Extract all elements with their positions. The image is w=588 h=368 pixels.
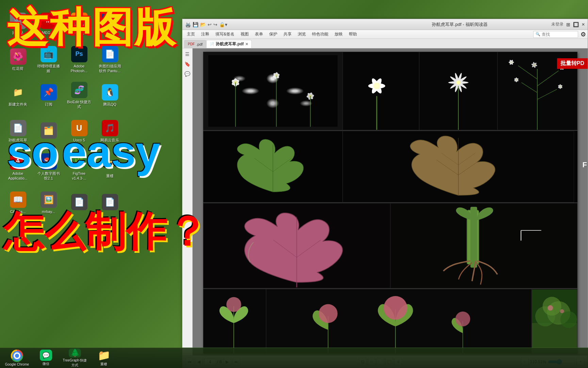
window-title: 孙航虎耳草.pdf - 福昕阅读器 [368, 21, 551, 28]
title-bar: 🖨️ 💾 📂 ↩ ↪ 🔒▾ 孙航虎耳草.pdf - 福昕阅读器 未登录 ⊞ 🔲 … [182, 19, 588, 30]
svg-point-54 [559, 86, 561, 88]
svg-point-12 [309, 95, 312, 97]
menu-fill-sign[interactable]: 填写&签名 [213, 30, 237, 38]
photo-grid: 2 mm A [203, 52, 577, 354]
svg-point-95 [548, 305, 553, 311]
menu-form[interactable]: 表单 [252, 30, 266, 38]
menu-browse[interactable]: 浏览 [295, 30, 309, 38]
svg-point-99 [15, 354, 19, 358]
svg-point-2 [231, 79, 240, 86]
overlay-title-1: 这种图版 [7, 7, 177, 48]
photo-cell-I [203, 289, 266, 354]
svg-point-10 [307, 92, 314, 100]
svg-point-86 [383, 296, 407, 320]
svg-point-4 [234, 81, 237, 84]
menu-share[interactable]: 共享 [281, 30, 294, 38]
photo-cell-B: 2 mm B [343, 52, 419, 130]
svg-point-23 [373, 82, 380, 89]
svg-point-81 [226, 297, 241, 312]
taskbar: Google Chrome 💬 微信 🌲 TreeGraph·快捷方式 📁 重楼 [0, 348, 588, 368]
svg-point-96 [560, 309, 564, 313]
svg-point-42 [510, 61, 512, 63]
tab-close-icon[interactable]: ✕ [245, 42, 248, 46]
svg-point-5 [272, 73, 280, 78]
svg-point-1 [231, 79, 240, 86]
taskbar-chrome[interactable]: Google Chrome [3, 349, 31, 367]
photo-cell-J [266, 289, 532, 354]
svg-point-9 [306, 94, 314, 98]
photo-cell-C: C [419, 52, 497, 130]
sidebar-tool-hand[interactable]: ☰ [183, 50, 192, 58]
svg-point-58 [533, 64, 535, 66]
search-icon: 🔍 [536, 32, 540, 36]
tab-bar: PDF .pdf 📄 孙航虎耳草.pdf ✕ [182, 39, 588, 48]
overlay-title-2: so easy [7, 126, 160, 177]
menu-view[interactable]: 视图 [238, 30, 251, 38]
menu-protect[interactable]: 保护 [266, 30, 280, 38]
batch-convert-button[interactable]: 批量转PD [557, 58, 588, 69]
svg-point-8 [275, 74, 278, 77]
tab-pdf1[interactable]: PDF .pdf [184, 40, 206, 48]
svg-point-3 [233, 78, 238, 87]
svg-point-88 [455, 311, 470, 326]
menu-bar: 主页 注释 填写&签名 视图 表单 保护 共享 浏览 特色功能 放映 帮助 🔍 … [182, 30, 588, 39]
svg-point-11 [307, 92, 313, 100]
svg-point-7 [274, 72, 278, 79]
svg-rect-0 [208, 55, 338, 127]
menu-annotation[interactable]: 注释 [198, 30, 212, 38]
taskbar-wechat[interactable]: 💬 微信 [32, 349, 60, 367]
svg-point-6 [273, 72, 280, 79]
pdf-pages-container[interactable]: 2 mm A [193, 48, 588, 355]
menu-home[interactable]: 主页 [184, 30, 198, 38]
photo-cell-E: 1 cm E [343, 131, 574, 202]
tab-pdf2[interactable]: 📄 孙航虎耳草.pdf ✕ [206, 40, 252, 48]
svg-point-93 [560, 311, 577, 328]
not-logged-in[interactable]: 未登录 [551, 21, 564, 27]
photo-cell-K [532, 289, 577, 354]
svg-point-50 [516, 79, 517, 81]
pdf-content-area: ☰ 🔖 💬 2 mm [182, 48, 588, 355]
photo-cell-A: 2 mm A [203, 52, 343, 130]
svg-point-84 [318, 304, 337, 323]
menu-help[interactable]: 帮助 [346, 30, 360, 38]
taskbar-treegraph[interactable]: 🌲 TreeGraph·快捷方式 [61, 349, 88, 367]
menu-features[interactable]: 特色功能 [309, 30, 331, 38]
photo-cell-G: 1 cm G [203, 203, 390, 288]
svg-point-31 [456, 80, 460, 85]
pdf-viewer-window: 🖨️ 💾 📂 ↩ ↪ 🔒▾ 孙航虎耳草.pdf - 福昕阅读器 未登录 ⊞ 🔲 … [182, 19, 588, 368]
icon-new-folder[interactable]: 📁 新建文件夹 [3, 78, 32, 112]
photo-cell-D: 1 cm D [203, 131, 343, 202]
icon-bioedit[interactable]: 🧬 BioEdit·快捷方式 [65, 78, 94, 112]
pdf-page-4: 2 mm A [203, 52, 577, 354]
photo-cell-H: 5 mm H [390, 203, 577, 288]
menu-present[interactable]: 放映 [332, 30, 345, 38]
sidebar-tool-comment[interactable]: 💬 [183, 70, 192, 78]
overlay-title-3: 怎么制作？ [3, 204, 208, 260]
sidebar-tool-bookmark[interactable]: 🔖 [183, 60, 192, 68]
close-icon[interactable]: ✕ [582, 22, 585, 27]
desktop: 🗑️ 回收站 M MEGA7 📸 小米画报 V v2ravN 🌺 红花荷 📺 哔… [0, 0, 588, 368]
pdf-sidebar: ☰ 🔖 💬 [182, 48, 193, 355]
search-input[interactable] [542, 32, 576, 37]
search-settings-icon[interactable]: ⚙ [581, 31, 586, 38]
icon-subscribe[interactable]: 📌 订阅 [34, 78, 63, 112]
taskbar-rebuild[interactable]: 📁 重楼 [90, 349, 117, 367]
icon-qq[interactable]: 🐧 腾讯QQ [95, 78, 124, 112]
